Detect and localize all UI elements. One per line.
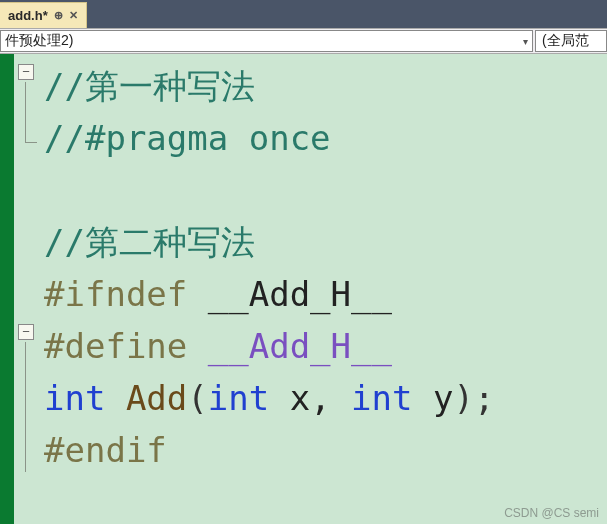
watermark: CSDN @CS semi xyxy=(504,506,599,520)
paren: ) xyxy=(453,378,473,418)
member-label: (全局范 xyxy=(542,32,589,50)
comment: //#pragma once xyxy=(44,118,331,158)
fold-gutter: − − xyxy=(14,54,40,524)
preprocessor: #ifndef xyxy=(44,274,187,314)
macro-name: __Add_H__ xyxy=(208,326,392,366)
tab-title: add.h* xyxy=(8,8,48,23)
param: y xyxy=(413,378,454,418)
modification-margin xyxy=(0,54,14,524)
preprocessor: #endif xyxy=(44,430,167,470)
member-dropdown[interactable]: (全局范 xyxy=(535,30,607,52)
fold-line xyxy=(25,82,26,142)
fold-toggle-icon[interactable]: − xyxy=(18,64,34,80)
function-name: Add xyxy=(105,378,187,418)
fold-toggle-icon[interactable]: − xyxy=(18,324,34,340)
file-tab[interactable]: add.h* ⊕ ✕ xyxy=(0,2,87,28)
comment: //第二种写法 xyxy=(44,222,255,262)
paren: ( xyxy=(187,378,207,418)
tab-bar: add.h* ⊕ ✕ xyxy=(0,0,607,28)
chevron-down-icon: ▾ xyxy=(523,36,528,47)
code-editor[interactable]: − − //第一种写法 //#pragma once //第二种写法 #ifnd… xyxy=(0,54,607,524)
dropdown-label: 件预处理2) xyxy=(5,32,73,50)
type-keyword: int xyxy=(208,378,269,418)
pin-icon[interactable]: ⊕ xyxy=(54,9,63,22)
toolbar: 件预处理2) ▾ (全局范 xyxy=(0,28,607,54)
macro-name: __Add_H__ xyxy=(187,274,392,314)
param: x, xyxy=(269,378,351,418)
semicolon: ; xyxy=(474,378,494,418)
code-content[interactable]: //第一种写法 //#pragma once //第二种写法 #ifndef _… xyxy=(40,54,607,524)
fold-end xyxy=(25,142,37,143)
type-keyword: int xyxy=(351,378,412,418)
type-keyword: int xyxy=(44,378,105,418)
comment: //第一种写法 xyxy=(44,66,255,106)
preprocessor: #define xyxy=(44,326,208,366)
close-icon[interactable]: ✕ xyxy=(69,9,78,22)
fold-line xyxy=(25,342,26,472)
scope-dropdown[interactable]: 件预处理2) ▾ xyxy=(0,30,533,52)
